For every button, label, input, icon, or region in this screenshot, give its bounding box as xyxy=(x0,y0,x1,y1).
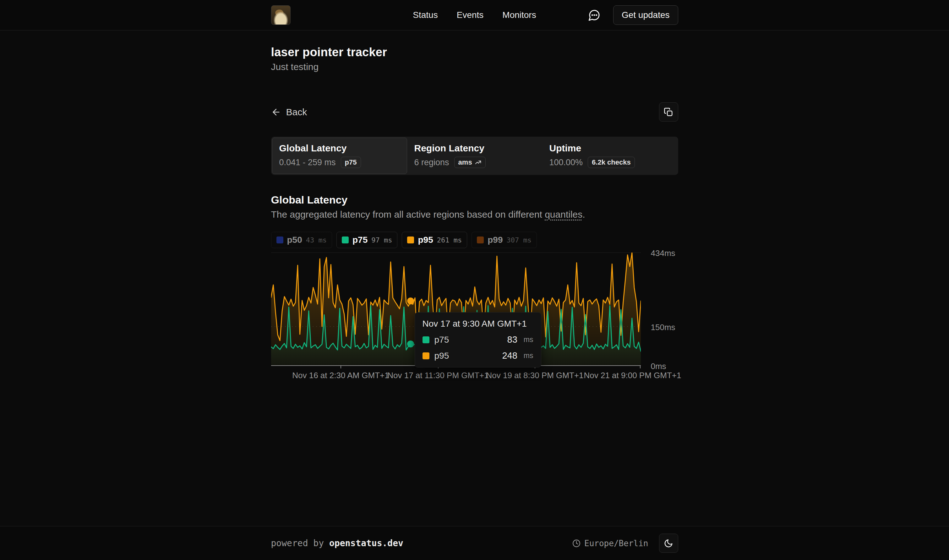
tab-uptime[interactable]: Uptime 100.00% 6.2k checks xyxy=(542,138,677,174)
y-axis-label-zero: 0ms xyxy=(651,362,666,371)
legend-value: 261 ms xyxy=(437,236,462,244)
nav-link-monitors[interactable]: Monitors xyxy=(502,10,536,20)
legend-toggle-p99[interactable]: p99 307 ms xyxy=(472,232,537,248)
checks-badge: 6.2k checks xyxy=(588,157,635,168)
nav-links: Status Events Monitors xyxy=(413,10,536,20)
p75-swatch xyxy=(423,336,429,343)
tooltip-timestamp: Nov 17 at 9:30 AM GMT+1 xyxy=(423,319,534,329)
x-axis: Nov 16 at 2:30 AM GMT+1 Nov 17 at 11:30 … xyxy=(271,369,641,382)
region-badge-label: ams xyxy=(458,158,472,166)
back-button[interactable]: Back xyxy=(271,107,307,117)
p95-swatch xyxy=(423,352,429,359)
chart-tooltip: Nov 17 at 9:30 AM GMT+1 p75 83 ms p95 24… xyxy=(415,312,541,368)
tab-title: Global Latency xyxy=(279,143,400,154)
copy-link-button[interactable] xyxy=(659,102,678,122)
speech-bubble-icon xyxy=(588,9,601,22)
page-footer: powered by openstatus.dev Europe/Berlin xyxy=(0,526,949,560)
copy-icon xyxy=(664,108,673,117)
tooltip-series-value: 248 xyxy=(502,351,517,361)
description-period: . xyxy=(582,209,585,220)
p95-swatch xyxy=(407,237,414,243)
legend-label: p50 xyxy=(287,235,302,245)
description-text: The aggregated latency from all active r… xyxy=(271,209,545,220)
legend-label: p99 xyxy=(488,235,503,245)
tooltip-row-p75: p75 83 ms xyxy=(423,334,534,345)
x-axis-label: Nov 19 at 8:30 PM GMT+1 xyxy=(486,371,584,380)
openstatus-link[interactable]: openstatus.dev xyxy=(329,538,403,548)
tooltip-series-unit: ms xyxy=(524,335,534,344)
section-description: The aggregated latency from all active r… xyxy=(271,209,678,220)
page-subtitle: Just testing xyxy=(271,62,678,72)
theme-toggle-button[interactable] xyxy=(659,534,678,553)
section-title: Global Latency xyxy=(271,194,678,206)
timezone-label: Europe/Berlin xyxy=(584,538,648,548)
y-axis-label-max: 434ms xyxy=(651,248,675,258)
moon-icon xyxy=(664,538,673,548)
tab-value: 6 regions xyxy=(414,158,449,168)
tooltip-series-label: p75 xyxy=(434,335,449,345)
arrow-left-icon xyxy=(271,107,281,117)
legend-toggle-p75[interactable]: p75 97 ms xyxy=(337,232,397,248)
tab-value: 100.00% xyxy=(549,158,583,168)
legend-value: 43 ms xyxy=(306,236,327,244)
powered-by-text: powered by xyxy=(271,538,329,548)
tab-title: Uptime xyxy=(549,143,670,154)
powered-by: powered by openstatus.dev xyxy=(271,538,403,548)
chart-legend: p50 43 ms p75 97 ms p95 261 ms p99 307 m… xyxy=(271,232,678,248)
page-title: laser pointer tracker xyxy=(271,46,678,59)
quantile-badge: p75 xyxy=(341,157,361,168)
tooltip-row-p95: p95 248 ms xyxy=(423,351,534,361)
feedback-chat-icon[interactable] xyxy=(588,8,601,22)
main-content: laser pointer tracker Just testing Back … xyxy=(271,46,678,388)
region-badge: ams xyxy=(454,157,486,168)
tab-title: Region Latency xyxy=(414,143,535,154)
nav-link-events[interactable]: Events xyxy=(457,10,484,20)
legend-label: p95 xyxy=(418,235,433,245)
legend-toggle-p50[interactable]: p50 43 ms xyxy=(271,232,332,248)
quantiles-link[interactable]: quantiles xyxy=(545,209,582,220)
tab-region-latency[interactable]: Region Latency 6 regions ams xyxy=(407,138,542,174)
legend-value: 307 ms xyxy=(506,236,531,244)
tab-global-latency[interactable]: Global Latency 0.041 - 259 ms p75 xyxy=(272,138,407,174)
legend-toggle-p95[interactable]: p95 261 ms xyxy=(402,232,467,248)
x-axis-label: Nov 21 at 9:00 PM GMT+1 xyxy=(584,371,681,380)
tooltip-series-unit: ms xyxy=(524,351,534,360)
trending-up-icon xyxy=(475,159,481,166)
p99-swatch xyxy=(477,237,484,243)
legend-label: p75 xyxy=(352,235,368,245)
y-axis-label-mid: 150ms xyxy=(651,323,675,332)
tooltip-series-label: p95 xyxy=(434,351,449,361)
top-navigation: Status Events Monitors Get updates xyxy=(0,0,949,31)
status-page-logo[interactable] xyxy=(271,5,291,25)
p50-swatch xyxy=(277,237,283,243)
tooltip-series-value: 83 xyxy=(507,334,517,345)
timezone-display: Europe/Berlin xyxy=(572,538,648,548)
tab-value: 0.041 - 259 ms xyxy=(279,158,336,168)
nav-link-status[interactable]: Status xyxy=(413,10,438,20)
x-axis-label: Nov 16 at 2:30 AM GMT+1 xyxy=(292,371,389,380)
clock-icon xyxy=(572,539,580,548)
get-updates-button[interactable]: Get updates xyxy=(613,5,678,25)
latency-chart: 434ms 150ms 0ms Nov 16 at 2:30 AM GMT+1 … xyxy=(271,252,678,388)
x-axis-label: Nov 17 at 11:30 PM GMT+1 xyxy=(387,371,489,380)
back-label: Back xyxy=(286,107,307,117)
metric-tabs: Global Latency 0.041 - 259 ms p75 Region… xyxy=(271,137,678,175)
legend-value: 97 ms xyxy=(371,236,392,244)
p75-swatch xyxy=(342,237,349,243)
